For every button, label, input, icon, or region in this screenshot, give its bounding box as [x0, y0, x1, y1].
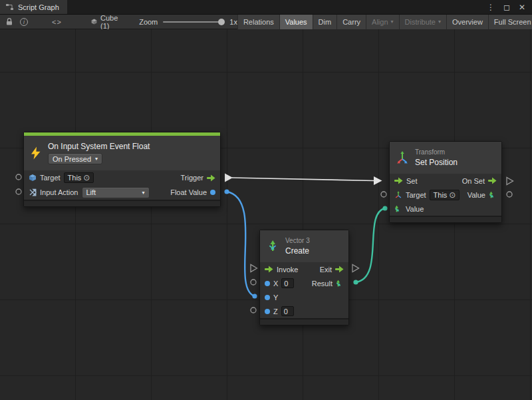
node-transform-set-position[interactable]: Transform Set Position Set On Set: [389, 141, 502, 223]
vector3-node-header: Vector 3 Create: [260, 230, 348, 262]
zoom-slider-knob[interactable]: [218, 19, 225, 25]
button-values[interactable]: Values: [279, 15, 313, 29]
value-out-port-label: Value: [467, 191, 485, 199]
button-overview[interactable]: Overview: [446, 15, 488, 29]
button-carry[interactable]: Carry: [336, 15, 366, 29]
port-marker-set-target[interactable]: [381, 192, 386, 197]
y-port-label: Y: [273, 294, 278, 301]
event-mode-dropdown[interactable]: On Pressed ▾: [48, 153, 102, 164]
flow-wire-end-arrow[interactable]: [374, 176, 382, 185]
set-position-target-row: Target This ⊙ Value: [390, 188, 501, 202]
vector3-node-footer: [260, 318, 348, 325]
transform-type-icon: [394, 191, 402, 199]
info-icon[interactable]: i: [20, 18, 28, 26]
trigger-port-label: Trigger: [181, 174, 203, 182]
vector3-title: Create: [285, 246, 310, 256]
port-marker-on-set[interactable]: [507, 178, 513, 185]
set-target-object-field[interactable]: This ⊙: [430, 190, 460, 200]
trigger-flow-port-icon[interactable]: [207, 174, 215, 182]
vector3-flow-row: Invoke Exit: [260, 262, 348, 276]
set-port-label: Set: [406, 177, 418, 185]
float-value-port-icon[interactable]: [210, 190, 215, 195]
z-port-label: Z: [273, 307, 278, 315]
event-target-row: Target This ⊙ Trigger: [24, 170, 220, 185]
port-marker-event-target[interactable]: [16, 174, 21, 180]
zoom-label: Zoom: [139, 18, 158, 26]
port-marker-exit[interactable]: [352, 265, 359, 272]
vector3-x-row: X 0 Result: [260, 276, 348, 290]
port-marker-value-out[interactable]: [507, 192, 512, 197]
button-full-screen[interactable]: Full Screen: [488, 15, 532, 29]
float-value-wire-end[interactable]: [252, 294, 257, 298]
object-picker-icon[interactable]: ⊙: [83, 174, 90, 181]
node-vector3-create[interactable]: Vector 3 Create Invoke Exit X 0 Result: [259, 230, 349, 325]
lock-icon[interactable]: [5, 17, 13, 26]
set-flow-port-icon[interactable]: [394, 177, 403, 184]
exit-port-label: Exit: [320, 266, 332, 274]
button-distribute[interactable]: Distribute▾: [399, 15, 446, 29]
port-marker-event-action[interactable]: [16, 189, 21, 194]
button-relations[interactable]: Relations: [237, 15, 279, 29]
cube-icon: [91, 17, 97, 26]
graph-target-selector[interactable]: Cube (1): [91, 14, 120, 30]
zoom-slider[interactable]: [163, 21, 224, 23]
tab-label: Script Graph: [18, 3, 59, 11]
port-marker-invoke[interactable]: [251, 265, 257, 272]
invoke-flow-port-icon[interactable]: [265, 266, 273, 273]
lightning-icon: [29, 146, 43, 160]
vector3-y-row: Y: [260, 290, 348, 304]
float-value-wire-start[interactable]: [224, 189, 229, 194]
tab-script-graph[interactable]: Script Graph: [0, 0, 67, 14]
result-port-label: Result: [312, 280, 332, 288]
z-port-icon[interactable]: [265, 309, 270, 314]
script-graph-icon: [5, 3, 14, 11]
graph-target-label: Cube (1): [100, 14, 120, 30]
result-value-wire[interactable]: [356, 208, 385, 282]
flow-wire[interactable]: [232, 178, 375, 181]
set-position-flow-row: Set On Set: [390, 174, 501, 188]
result-wire-end[interactable]: [382, 206, 387, 210]
button-align[interactable]: Align▾: [366, 15, 398, 29]
value-out-vector-port-icon[interactable]: [489, 191, 497, 199]
graph-canvas[interactable]: On Input System Event Float On Pressed ▾…: [0, 29, 532, 400]
set-position-value-row: Value: [390, 202, 501, 216]
set-position-node-header: Transform Set Position: [390, 142, 501, 174]
caret-down-icon: ▾: [391, 19, 394, 25]
titlebar-spacer: [67, 0, 480, 14]
window-close-icon[interactable]: ✕: [519, 3, 525, 12]
y-port-icon[interactable]: [265, 295, 270, 300]
set-target-port-label: Target: [406, 191, 426, 199]
set-position-category: Transform: [415, 148, 458, 156]
titlebar: Script Graph ⋮ ◻ ✕: [0, 0, 532, 15]
set-position-title: Set Position: [415, 158, 458, 167]
exit-flow-port-icon[interactable]: [335, 266, 344, 273]
window-maximize-icon[interactable]: ◻: [503, 3, 510, 12]
input-action-dropdown[interactable]: Lift ▾: [82, 187, 150, 198]
window-menu-icon[interactable]: ⋮: [487, 3, 495, 12]
vector3-z-row: Z 0: [260, 304, 348, 318]
button-dim[interactable]: Dim: [313, 15, 337, 29]
event-node-footer: [24, 200, 220, 206]
target-object-field[interactable]: This ⊙: [64, 172, 94, 183]
vector3-category: Vector 3: [285, 237, 310, 244]
on-set-flow-port-icon[interactable]: [488, 177, 497, 184]
result-vector-port-icon[interactable]: [336, 280, 344, 288]
x-value-field[interactable]: 0: [281, 278, 294, 288]
node-on-input-system-event-float[interactable]: On Input System Event Float On Pressed ▾…: [23, 132, 221, 207]
caret-down-icon: ▾: [142, 190, 144, 196]
toolbar: i <> Cube (1) Zoom 1x Relations Values D…: [0, 15, 532, 29]
zoom-value: 1x: [229, 18, 237, 26]
port-marker-z[interactable]: [251, 307, 256, 313]
port-marker-x[interactable]: [251, 280, 256, 285]
invoke-port-label: Invoke: [277, 266, 298, 274]
code-icon[interactable]: <>: [52, 18, 62, 26]
result-wire-start[interactable]: [353, 280, 358, 284]
x-port-icon[interactable]: [265, 281, 270, 286]
caret-down-icon: ▾: [95, 156, 98, 162]
object-picker-icon[interactable]: ⊙: [449, 192, 456, 198]
z-value-field[interactable]: 0: [281, 306, 294, 316]
value-in-vector-port-icon[interactable]: [394, 205, 402, 213]
x-port-label: X: [273, 280, 278, 288]
float-value-wire[interactable]: [227, 192, 255, 296]
flow-wire-start-arrow[interactable]: [225, 174, 233, 182]
